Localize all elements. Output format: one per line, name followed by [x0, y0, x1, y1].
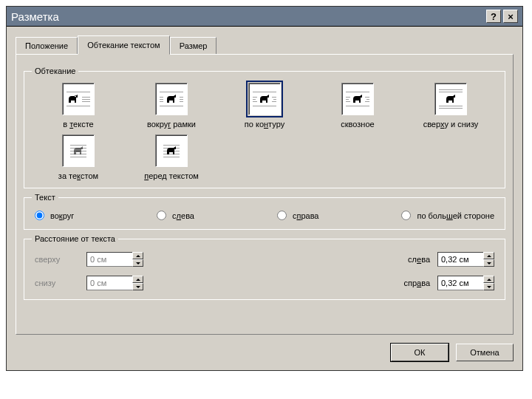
wrap-front-icon — [155, 134, 188, 167]
distance-right-label: справа — [386, 279, 430, 287]
help-button[interactable]: ? — [486, 10, 501, 23]
radio-largest-input[interactable] — [401, 211, 411, 220]
titlebar: Разметка ? × — [7, 7, 522, 27]
wrap-tight-icon — [248, 83, 281, 115]
radio-largest[interactable]: по большей стороне — [401, 211, 494, 220]
ok-button-label: ОК — [415, 348, 426, 357]
wrap-option-topbottom[interactable]: сверху и снизу — [406, 83, 495, 129]
layout-dialog: Разметка ? × Положение Обтекание текстом… — [6, 6, 523, 371]
distance-left-spin[interactable] — [437, 252, 494, 267]
spin-down-icon[interactable] — [132, 259, 143, 267]
help-icon: ? — [491, 12, 497, 21]
distance-left-input[interactable] — [437, 252, 483, 267]
spin-down-icon[interactable] — [132, 283, 143, 290]
distance-top-label: сверху — [35, 255, 79, 264]
wrap-option-behind[interactable]: за текстом — [34, 134, 123, 180]
radio-largest-label: по большей стороне — [417, 211, 494, 220]
radio-right[interactable]: справа — [277, 211, 319, 220]
wrap-inline-label: в тексте — [63, 120, 93, 129]
wrap-option-inline[interactable]: в тексте — [34, 83, 123, 129]
radio-left-input[interactable] — [157, 211, 166, 220]
wrap-option-tight[interactable]: по контуру — [220, 83, 309, 129]
distance-right-input[interactable] — [437, 276, 483, 290]
tab-label: Положение — [25, 41, 68, 50]
distance-top-spin[interactable] — [86, 252, 143, 267]
distance-right-spin[interactable] — [437, 276, 494, 290]
close-button[interactable]: × — [503, 10, 518, 23]
tab-panel-wrapping: Обтекание в тексте — [16, 54, 514, 335]
tab-strip: Положение Обтекание текстом Размер — [16, 35, 514, 54]
spin-up-icon[interactable] — [483, 252, 494, 259]
distance-left-label: слева — [386, 255, 430, 264]
cancel-button[interactable]: Отмена — [456, 344, 514, 361]
wrap-front-label: перед текстом — [144, 171, 199, 180]
wrap-behind-icon — [62, 134, 95, 167]
group-wrapping: Обтекание в тексте — [24, 66, 505, 188]
radio-around[interactable]: вокруг — [35, 211, 74, 220]
wrap-through-label: сквозное — [341, 120, 374, 129]
wrap-behind-label: за текстом — [58, 171, 98, 180]
radio-right-input[interactable] — [277, 211, 287, 220]
radio-around-input[interactable] — [35, 211, 44, 220]
tab-wrapping[interactable]: Обтекание текстом — [78, 35, 170, 55]
group-text: Текст вокруг слева справа по большей сто… — [24, 193, 505, 230]
distance-bottom-spin[interactable] — [86, 276, 143, 290]
spin-up-icon[interactable] — [483, 276, 494, 283]
wrap-topbottom-icon — [434, 83, 467, 115]
radio-right-label: справа — [293, 211, 319, 220]
radio-left[interactable]: слева — [157, 211, 194, 220]
wrap-square-icon — [155, 83, 188, 115]
radio-around-label: вокруг — [50, 211, 74, 220]
spin-down-icon[interactable] — [483, 259, 494, 267]
group-distance-legend: Расстояние от текста — [32, 234, 118, 243]
close-icon: × — [508, 12, 514, 21]
wrap-topbottom-label: сверху и снизу — [423, 120, 479, 129]
cancel-button-label: Отмена — [470, 348, 499, 357]
wrap-option-square[interactable]: вокруг рамки — [127, 83, 216, 129]
group-distance: Расстояние от текста сверху слева снизу — [24, 234, 505, 300]
tab-label: Размер — [180, 41, 208, 50]
wrap-option-through[interactable]: сквозное — [313, 83, 402, 129]
window-title: Разметка — [11, 10, 59, 23]
radio-left-label: слева — [172, 211, 194, 220]
wrap-square-label: вокруг рамки — [147, 120, 196, 129]
distance-bottom-label: снизу — [35, 279, 79, 287]
spin-up-icon[interactable] — [132, 252, 143, 259]
ok-button[interactable]: ОК — [391, 344, 449, 361]
group-text-legend: Текст — [32, 193, 58, 202]
group-wrapping-legend: Обтекание — [32, 66, 78, 75]
spin-up-icon[interactable] — [132, 276, 143, 283]
distance-top-input[interactable] — [86, 252, 132, 267]
wrap-inline-icon — [62, 83, 95, 115]
distance-bottom-input[interactable] — [86, 276, 132, 290]
spin-down-icon[interactable] — [483, 283, 494, 290]
wrap-tight-label: по контуру — [245, 120, 284, 129]
tab-label: Обтекание текстом — [87, 41, 160, 50]
tab-size[interactable]: Размер — [170, 37, 217, 54]
wrap-option-front[interactable]: перед текстом — [127, 134, 216, 180]
tab-position[interactable]: Положение — [16, 37, 78, 54]
wrap-through-icon — [341, 83, 374, 115]
